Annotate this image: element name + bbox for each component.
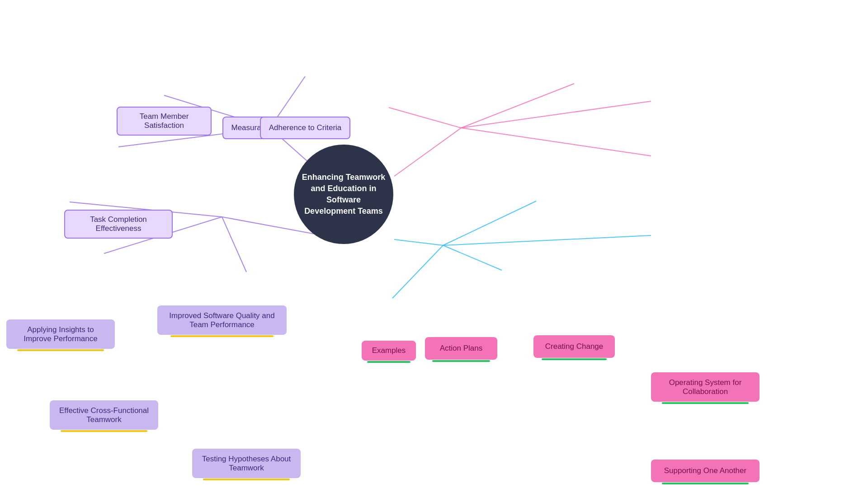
nodes-container: Enhancing Teamwork and Education in Soft… xyxy=(0,0,868,461)
supporting-one-another: Supporting One Another xyxy=(651,460,760,482)
applying-insights: Applying Insights to Improve Performance xyxy=(6,319,115,349)
effective-cross-functional: Effective Cross-Functional Teamwork xyxy=(50,400,158,430)
adherence-to-criteria: Adherence to Criteria xyxy=(260,117,350,139)
task-completion-effectiveness: Task Completion Effectiveness xyxy=(64,210,173,239)
team-member-satisfaction: Team Member Satisfaction xyxy=(117,107,212,136)
testing-hypotheses: Testing Hypotheses About Teamwork xyxy=(192,449,301,478)
creating-change: Creating Change xyxy=(533,335,615,358)
examples: Examples xyxy=(362,341,416,361)
action-plans: Action Plans xyxy=(425,337,497,360)
center-node: Enhancing Teamwork and Education in Soft… xyxy=(294,145,393,244)
improved-software-quality: Improved Software Quality and Team Perfo… xyxy=(157,305,287,335)
operating-system: Operating System for Collaboration xyxy=(651,372,760,402)
